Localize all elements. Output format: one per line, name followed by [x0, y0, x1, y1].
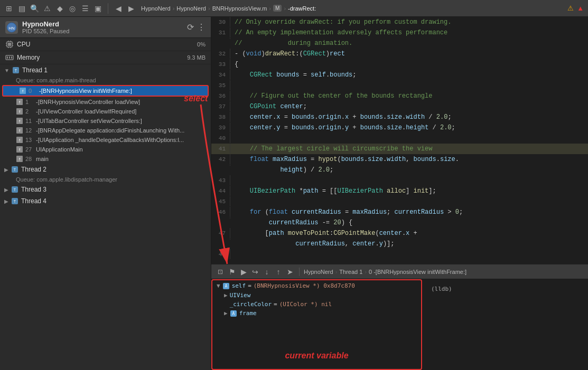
- code-editor[interactable]: 30 // Only override drawRect: if you per…: [211, 17, 588, 264]
- code-line-48: 48: [211, 249, 588, 260]
- debug-layout-icon[interactable]: ⊡: [216, 267, 225, 277]
- var-frame-toggle[interactable]: ▶: [224, 310, 228, 317]
- frame-label-0: -[BNRHypnosisView initWithFrame:]: [39, 88, 132, 94]
- var-self[interactable]: ▼ A self = (BNRHypnosisView *) 0x8d7c870: [211, 281, 422, 291]
- thread-toggle-1[interactable]: ▼: [4, 68, 10, 73]
- forward-icon[interactable]: ▶: [126, 4, 136, 13]
- debug-play-icon[interactable]: ▶: [239, 267, 248, 277]
- code-line-35: 35: [211, 80, 588, 91]
- frame-item-2[interactable]: f 2 -[UIViewController loadViewIfRequire…: [0, 107, 211, 116]
- frame-item-28[interactable]: f 28 main: [0, 154, 211, 164]
- back-icon[interactable]: ◀: [114, 4, 123, 13]
- thread-header-3[interactable]: ▶ T Thread 3: [0, 184, 211, 195]
- svg-rect-15: [11, 56, 12, 59]
- frame-item-0[interactable]: f 0 -[BNRHypnosisView initWithFrame:]: [2, 85, 209, 97]
- thread-header-2[interactable]: ▶ T Thread 2: [0, 164, 211, 175]
- var-circlecolor[interactable]: ▶ _circleColor = (UIColor *) nil: [211, 300, 422, 309]
- var-frame[interactable]: ▶ A frame: [211, 309, 422, 318]
- frame-icon-12: f: [16, 127, 23, 134]
- thread-toggle-4[interactable]: ▶: [4, 198, 8, 204]
- debug-bc-app[interactable]: HypnoNerd: [304, 269, 333, 275]
- svg-rect-3: [8, 43, 11, 46]
- frame-num-12: 12: [25, 127, 34, 134]
- debug-goto-icon[interactable]: ➤: [285, 267, 295, 277]
- code-line-47: 47 [path moveToPoint:CGPointMake(center.…: [211, 228, 588, 239]
- console-output[interactable]: (lldb): [427, 283, 584, 295]
- breadcrumb-file[interactable]: BNRHypnosisView.m: [212, 5, 267, 12]
- breadcrumb: HypnoNerd › HypnoNerd › BNRHypnosisView.…: [141, 5, 316, 12]
- code-line-43: 43: [211, 175, 588, 186]
- debug-step-out-icon[interactable]: ↑: [274, 267, 283, 277]
- right-panel: 30 // Only override drawRect: if you per…: [211, 17, 588, 370]
- grid-icon[interactable]: ⊞: [4, 4, 14, 13]
- frame-icon-27: f: [16, 146, 23, 153]
- svg-text:A: A: [225, 284, 227, 289]
- var-frame-name: frame: [239, 310, 257, 317]
- debug-bc-thread[interactable]: Thread 1: [339, 269, 362, 275]
- frame-label-28: main: [36, 156, 49, 162]
- breakpoint-icon[interactable]: ◆: [55, 4, 64, 13]
- search-icon[interactable]: 🔍: [30, 4, 39, 13]
- thread-toggle-3[interactable]: ▶: [4, 187, 8, 193]
- breadcrumb-method[interactable]: -drawRect:: [288, 5, 316, 12]
- thread-4-name: Thread 4: [21, 197, 46, 205]
- frame-label-13: -[UIApplication _handleDelegateCallbacks…: [36, 137, 184, 143]
- var-self-toggle[interactable]: ▼: [217, 282, 220, 289]
- thread-group-3: ▶ T Thread 3: [0, 184, 211, 195]
- frame-item-12[interactable]: f 12 -[BNRAppDelegate application:didFin…: [0, 126, 211, 135]
- warning-nav-icon[interactable]: ⚠: [42, 4, 52, 13]
- thread-2-name: Thread 2: [21, 166, 46, 173]
- list-icon[interactable]: ☰: [80, 4, 90, 13]
- columns-icon[interactable]: ▤: [17, 4, 26, 13]
- code-line-30: 30 // Only override drawRect: if you per…: [211, 17, 588, 27]
- debug-step-into-icon[interactable]: ↓: [262, 267, 272, 277]
- thread-header-1[interactable]: ▼ T Thread 1: [0, 64, 211, 76]
- frame-label-12: -[BNRAppDelegate application:didFinishLa…: [36, 127, 184, 134]
- filter-icon[interactable]: ▣: [93, 4, 102, 13]
- breadcrumb-app[interactable]: HypnoNerd: [141, 5, 171, 12]
- frame-item-1[interactable]: f 1 -[BNRHypnosisViewController loadView…: [0, 97, 211, 107]
- code-line-37: 37 CGPoint center;: [211, 101, 588, 112]
- var-uiview-toggle[interactable]: ▶: [224, 292, 228, 299]
- code-line-39: 39 center.y = bounds.origin.y + bounds.s…: [211, 122, 588, 133]
- breadcrumb-project[interactable]: HypnoNerd: [176, 5, 206, 12]
- debug-flag-icon[interactable]: ⚑: [227, 267, 237, 277]
- frame-icon-28: f: [16, 155, 23, 163]
- frame-icon-2: f: [16, 108, 23, 115]
- console-panel: (lldb): [423, 279, 588, 370]
- thread-list: ▼ T Thread 1 Queue: com.apple.main-threa…: [0, 64, 211, 370]
- code-line-47b: currentRadius, center.y)];: [211, 239, 588, 249]
- locate-icon[interactable]: ◎: [68, 4, 77, 13]
- frame-num-2: 2: [25, 108, 34, 115]
- debug-content: ▼ A self = (BNRHypnosisView *) 0x8d7c870: [211, 279, 588, 370]
- thread-header-4[interactable]: ▶ T Thread 4: [0, 195, 211, 207]
- code-line-33: 33 {: [211, 59, 588, 70]
- code-line-38: 38 center.x = bounds.origin.x + bounds.s…: [211, 112, 588, 122]
- memory-row: Memory 9.3 MB: [0, 51, 211, 64]
- variables-panel: ▼ A self = (BNRHypnosisView *) 0x8d7c870: [211, 279, 423, 370]
- thread-2-queue: Queue: com.apple.libdispatch-manager: [0, 175, 211, 184]
- frame-item-11[interactable]: f 11 -[UITabBarController setViewControl…: [0, 116, 211, 126]
- frame-item-13[interactable]: f 13 -[UIApplication _handleDelegateCall…: [0, 135, 211, 145]
- settings-action[interactable]: ⋮: [197, 22, 206, 32]
- debug-bc-frame[interactable]: 0 -[BNRHypnosisView initWithFrame:]: [369, 269, 466, 275]
- frame-icon-13: f: [16, 136, 23, 144]
- left-panel: HN HypnoNerd PID 5526, Paused ⟳ ⋮: [0, 17, 211, 370]
- code-line-42: 42 float maxRadius = hypot(bounds.size.w…: [211, 154, 588, 165]
- breadcrumb-symbol-type: M: [273, 5, 282, 12]
- var-self-name: self: [232, 282, 246, 289]
- code-line-44: 44 UIBezierPath *path = [[UIBezierPath a…: [211, 186, 588, 196]
- code-line-40: 40: [211, 133, 588, 144]
- frame-item-27[interactable]: f 27 UIApplicationMain: [0, 145, 211, 154]
- refresh-action[interactable]: ⟳: [187, 22, 194, 32]
- frame-icon-11: f: [16, 117, 23, 125]
- app-header: HN HypnoNerd PID 5526, Paused ⟳ ⋮: [0, 17, 211, 38]
- frame-label-11: -[UITabBarController setViewControllers:…: [36, 118, 142, 124]
- svg-text:HN: HN: [8, 26, 15, 31]
- cpu-row: CPU 0%: [0, 38, 211, 51]
- var-uiview[interactable]: ▶ UIView: [211, 291, 422, 300]
- current-variable-label: current variable: [281, 347, 352, 365]
- svg-rect-13: [7, 56, 8, 59]
- debug-step-over-icon[interactable]: ↪: [250, 267, 260, 277]
- thread-toggle-2[interactable]: ▶: [4, 167, 8, 173]
